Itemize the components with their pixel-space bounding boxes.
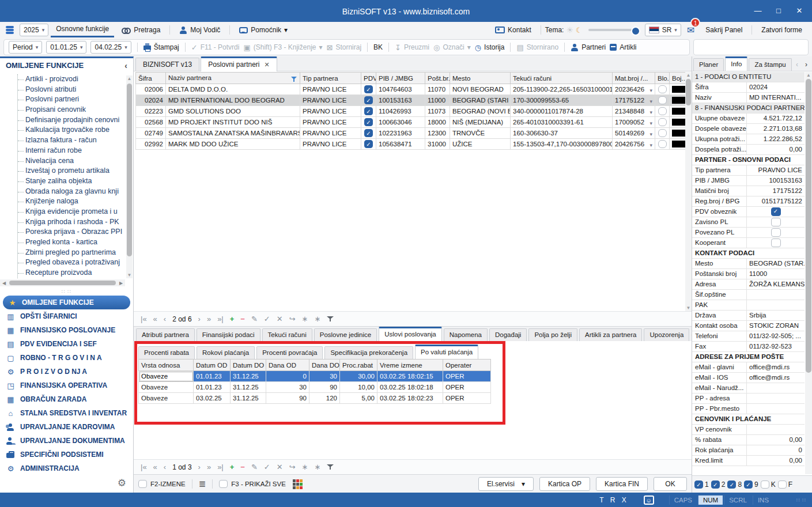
tree-item[interactable]: Poreska prijava - Obrazac PPI [18,227,133,237]
field-value[interactable]: 0 [747,445,805,455]
table-row[interactable]: Obaveze 01.01.23 31.12.25 0 30 30,00 03.… [139,371,491,382]
field-value[interactable]: 011/32-92-505; ... [747,331,805,341]
inner-tab[interactable]: Procenti rabata [138,346,195,359]
tree-item[interactable]: Stanje zaliha objekta [18,176,133,187]
subtab[interactable]: Tekući računi [262,328,312,341]
settings-gear-icon[interactable]: ⚙ [118,477,126,489]
refresh-icon[interactable]: ↪ [289,463,296,471]
delete-record-icon[interactable]: − [240,463,245,471]
next-record-icon[interactable]: › [198,315,201,323]
field-value[interactable]: PRAVNO LICE [747,165,805,175]
tree-item[interactable]: Knjiženje naloga [18,196,133,207]
inner-tab[interactable]: Procenti povraćaja [256,346,323,359]
filter-icon[interactable] [291,77,297,82]
add-record-icon[interactable]: + [230,315,235,323]
scroll-down-icon[interactable]: ▼ [126,273,133,278]
copy-checkbox[interactable] [727,480,736,489]
blocked-checkbox[interactable] [658,96,667,104]
field-value[interactable] [747,217,805,227]
field-value[interactable]: ŽORŽA KLEMANS... [747,279,805,289]
copy-checkbox[interactable] [694,480,703,489]
copy-toggle[interactable]: 1 [694,480,709,489]
inner-tab[interactable]: Rokovi plaćanja [197,346,255,359]
chat-icon[interactable]: ☺ [644,495,654,505]
tree-item[interactable]: Pregled konta - kartica [18,237,133,248]
year-select[interactable]: 2025 ▾ [20,24,48,36]
field-value[interactable]: 0,00 [747,435,805,445]
blocked-checkbox[interactable] [658,129,667,137]
preuzmi-button[interactable]: ↧ Preuzmi [395,43,429,52]
document-tab[interactable]: BIZNISOFT v13 [135,58,199,71]
istorija-button[interactable]: ◷ Istorija [475,43,505,52]
filter-icon[interactable] [327,316,334,322]
panel-tab[interactable]: Info [725,56,747,71]
blocked-checkbox[interactable] [658,140,667,148]
scrollbar-thumb[interactable] [686,79,691,105]
f2-izmene-toggle[interactable]: F2-IZMENE [138,480,186,488]
panel-tab[interactable]: Za štampu [749,58,791,71]
tree-item[interactable]: Izveštaj o prometu artikala [18,166,133,176]
field-value[interactable]: office@mdi.rs [747,373,805,383]
column-boj[interactable]: Boj... [670,73,686,84]
sidebar-module-item[interactable]: ▢ ROBNO - T R G O V I N A [0,351,133,365]
column-pdv[interactable]: PDV [361,73,376,84]
table-row[interactable]: 02006 DELTA DMD D.O.O. PRAVNO LICE 10476… [136,84,686,95]
post-record-icon[interactable]: ✓ [264,463,270,471]
splitter-handle[interactable]: ∷ ∷ [0,289,133,294]
kartica-fin-button[interactable]: Kartica FIN [596,477,648,491]
copy-toggle[interactable]: 2 [711,480,726,489]
first-record-icon[interactable]: |« [141,315,147,323]
field-value[interactable]: BEOGRAD (STAR... [747,259,805,268]
kartica-op-button[interactable]: Kartica OP [539,477,590,491]
subtab[interactable]: Finansijski podaci [197,328,260,341]
subtab[interactable]: Napomena [444,328,488,341]
panel-tab[interactable]: Planer [693,58,724,71]
field-value[interactable]: Srbija [747,311,805,320]
sidebar-module-item[interactable]: ▦ FINANSIJSKO POSLOVANJE [0,323,133,337]
cell-matbroj[interactable]: 17175122 [613,95,655,106]
copy-toggle[interactable]: K [761,480,776,489]
cancel-edit-icon[interactable]: ✕ [277,463,283,471]
language-select[interactable]: SR ▾ [645,24,681,36]
f3-prikazi-sve-toggle[interactable]: F3 - PRIKAŽI SVE [219,480,286,488]
subtab[interactable]: Uslovi poslovanja [379,327,442,341]
field-value[interactable]: 4.521.722,12 [747,113,805,123]
sidebar-module-item[interactable]: ▥ OPŠTI ŠIFARNICI [0,309,133,323]
field-value[interactable]: MD INTERNATI... [747,93,805,103]
last-record-icon[interactable]: »| [217,463,224,471]
pdv-checkbox[interactable] [364,96,373,104]
tree-item[interactable]: Propisani cenovnik [18,105,133,115]
field-value[interactable] [747,238,805,248]
cell-matbroj[interactable]: 20236426 [613,84,655,95]
potvrdi-button[interactable]: ✓ F11 - Potvrdi [191,43,240,52]
table-row[interactable]: 02568 MD PROJEKT INSTITUT DOO NIŠ PRAVNO… [136,117,686,128]
copy-toggle[interactable]: F [778,480,792,489]
prev-page-icon[interactable]: « [153,463,157,471]
cell-matbroj[interactable]: 50149269 [613,128,655,139]
column-pib[interactable]: PIB / JMBG [376,73,425,84]
maximize-button[interactable]: □ [768,0,789,22]
sidebar-module-item[interactable]: ⌂ STALNA SREDSTVA I INVENTAR [0,406,133,420]
sidebar-module-item[interactable]: ★ OMILJENE FUNKCIJE [3,296,130,309]
first-record-icon[interactable]: |« [141,463,147,471]
scroll-up-icon[interactable]: ▲ [685,73,692,78]
theme-slider[interactable] [588,29,639,31]
f3-checkbox[interactable] [219,480,228,488]
copy-toggle[interactable]: 8 [727,480,742,489]
pdv-checkbox[interactable] [364,85,373,93]
oznaci-button[interactable]: ◎ Označi ▾ [433,43,471,52]
cancel-edit-icon[interactable]: ✕ [277,315,283,323]
column-racuni[interactable]: Tekući računi [511,73,613,84]
inner-tab[interactable]: Specifikacija prekoračenja [324,346,413,359]
field-value[interactable] [747,383,805,393]
bookmark-icon[interactable]: ∗ [302,315,308,323]
column-naziv[interactable]: Naziv partnera [166,73,300,84]
table-row[interactable]: 02992 MARK MD DOO UŽICE PRAVNO LICE 1056… [136,139,686,150]
tree-vertical-scrollbar[interactable]: ▲ ▼ [126,75,133,278]
rows-view-icon[interactable]: ≣ [199,479,206,489]
post-record-icon[interactable]: ✓ [264,315,270,323]
sidebar-module-item[interactable]: ◳ FINANSIJSKA OPERATIVA [0,379,133,392]
table-row[interactable]: 02749 SAMOSTALNA ZANATSKA MAŠINBRAVARSKA… [136,128,686,139]
field-value[interactable]: STOKIC ZORAN [747,321,805,331]
menu-kontakt[interactable]: Kontakt [490,22,537,37]
